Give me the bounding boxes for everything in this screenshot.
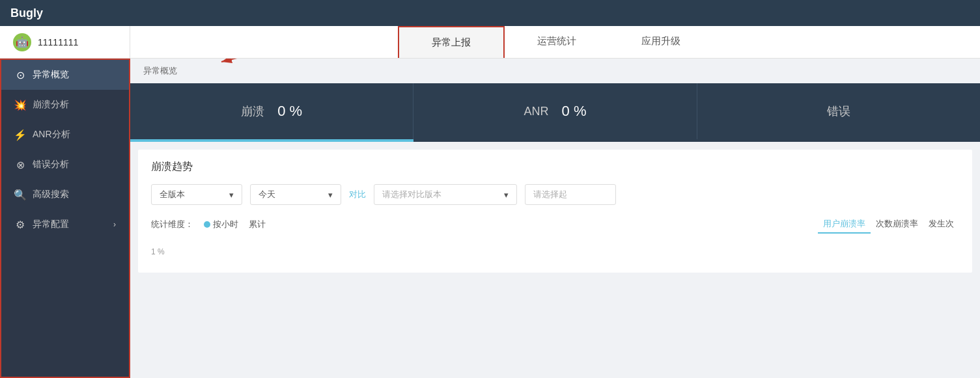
compare-start-placeholder: 请选择起 xyxy=(533,189,567,200)
stat-crash-value: 0 % xyxy=(277,103,302,120)
stat-crash: 崩溃 0 % xyxy=(130,83,413,139)
tab-exception-report[interactable]: 异常上报 xyxy=(398,26,505,58)
error-icon: ⊗ xyxy=(14,159,26,170)
version-chevron-icon: ▾ xyxy=(229,190,234,200)
search-icon: 🔍 xyxy=(14,189,26,200)
content-area: 异常概览 崩溃 0 % ANR 0 % 错误 xyxy=(130,59,980,378)
tab-user-crash-rate[interactable]: 用户崩溃率 xyxy=(818,215,871,234)
annotation-arrow xyxy=(169,59,378,75)
sidebar-item-config[interactable]: ⚙ 异常配置 › xyxy=(1,209,129,239)
stat-anr-value: 0 % xyxy=(562,103,587,120)
chart-yaxis-label: 1 % xyxy=(151,247,165,256)
trend-filters: 全版本 ▾ 今天 ▾ 对比 请选择对比版本 ▾ 请选择起 xyxy=(151,184,959,205)
date-chevron-icon: ▾ xyxy=(328,190,333,200)
breadcrumb-text: 异常概览 xyxy=(143,66,177,75)
sidebar-item-error[interactable]: ⊗ 错误分析 xyxy=(1,150,129,180)
stat-error: 错误 xyxy=(697,83,980,139)
sidebar-item-search[interactable]: 🔍 高级搜索 xyxy=(1,180,129,209)
tab-count-crash-rate[interactable]: 次数崩溃率 xyxy=(871,215,923,234)
dim-hourly[interactable]: 按小时 xyxy=(204,219,238,230)
sidebar-item-crash-label: 崩溃分析 xyxy=(33,99,69,111)
sidebar-item-overview[interactable]: ⊙ 异常概览 xyxy=(1,60,129,90)
dim-cumulative[interactable]: 累计 xyxy=(249,219,266,230)
config-arrow-icon: › xyxy=(113,220,116,229)
stats-inactive-bar xyxy=(413,139,980,142)
main-layout: ⊙ 异常概览 💥 崩溃分析 ⚡ ANR分析 ⊗ 错误分析 🔍 高级搜索 ⚙ 异常… xyxy=(0,59,980,378)
navbar-tabs: 异常上报 运营统计 应用升级 xyxy=(130,26,980,58)
chart-area: 1 % xyxy=(151,240,959,262)
sidebar-item-anr-label: ANR分析 xyxy=(33,129,70,141)
sidebar: ⊙ 异常概览 💥 崩溃分析 ⚡ ANR分析 ⊗ 错误分析 🔍 高级搜索 ⚙ 异常… xyxy=(0,59,130,378)
tab-ops-stats[interactable]: 运营统计 xyxy=(505,26,609,58)
compare-version-placeholder: 请选择对比版本 xyxy=(382,189,441,200)
app-icon: 🤖 xyxy=(13,33,31,51)
dim-hourly-dot xyxy=(204,221,210,228)
dim-cumulative-label: 累计 xyxy=(249,219,266,230)
sidebar-item-search-label: 高级搜索 xyxy=(33,189,69,200)
dim-hourly-label: 按小时 xyxy=(213,219,238,230)
navbar: 🤖 11111111 异常上报 运营统计 应用升级 xyxy=(0,26,980,59)
tab-app-upgrade[interactable]: 应用升级 xyxy=(609,26,713,58)
sidebar-item-crash[interactable]: 💥 崩溃分析 xyxy=(1,90,129,120)
tab-occurrence-count[interactable]: 发生次 xyxy=(923,215,959,234)
sidebar-item-anr[interactable]: ⚡ ANR分析 xyxy=(1,120,129,150)
stat-anr-label: ANR xyxy=(524,105,549,118)
version-select-label: 全版本 xyxy=(160,189,185,200)
stats-bottom-bar xyxy=(130,139,980,142)
anr-icon: ⚡ xyxy=(14,129,26,141)
date-select-label: 今天 xyxy=(259,189,275,200)
crash-icon: 💥 xyxy=(14,99,26,111)
trend-title: 崩溃趋势 xyxy=(151,160,959,174)
logo: Bugly xyxy=(10,7,43,20)
app-name: 11111111 xyxy=(38,37,78,47)
sidebar-item-overview-label: 异常概览 xyxy=(33,69,69,81)
compare-version-chevron-icon: ▾ xyxy=(504,190,509,200)
topbar: Bugly xyxy=(0,0,980,26)
compare-start-select[interactable]: 请选择起 xyxy=(525,184,616,205)
compare-version-select[interactable]: 请选择对比版本 ▾ xyxy=(374,184,517,205)
compare-label: 对比 xyxy=(349,189,366,200)
date-select[interactable]: 今天 ▾ xyxy=(250,184,341,205)
stat-dimensions-row: 统计维度： 按小时 累计 用户崩溃率 次数崩溃率 发生次 xyxy=(151,215,959,234)
sidebar-item-config-label: 异常配置 xyxy=(33,219,69,230)
breadcrumb: 异常概览 xyxy=(130,59,980,83)
overview-icon: ⊙ xyxy=(14,69,26,81)
stats-active-indicator xyxy=(130,139,413,142)
app-selector[interactable]: 🤖 11111111 xyxy=(0,26,130,58)
version-select[interactable]: 全版本 ▾ xyxy=(151,184,242,205)
stat-anr: ANR 0 % xyxy=(413,83,697,139)
stat-error-label: 错误 xyxy=(827,103,850,119)
sidebar-item-error-label: 错误分析 xyxy=(33,159,69,170)
config-icon: ⚙ xyxy=(14,219,26,230)
stat-crash-label: 崩溃 xyxy=(241,103,264,119)
stats-panel: 崩溃 0 % ANR 0 % 错误 xyxy=(130,83,980,139)
dimensions-label: 统计维度： xyxy=(151,219,193,230)
trend-section: 崩溃趋势 全版本 ▾ 今天 ▾ 对比 请选择对比版本 ▾ xyxy=(138,150,972,273)
stat-view-tabs: 用户崩溃率 次数崩溃率 发生次 xyxy=(818,215,959,234)
